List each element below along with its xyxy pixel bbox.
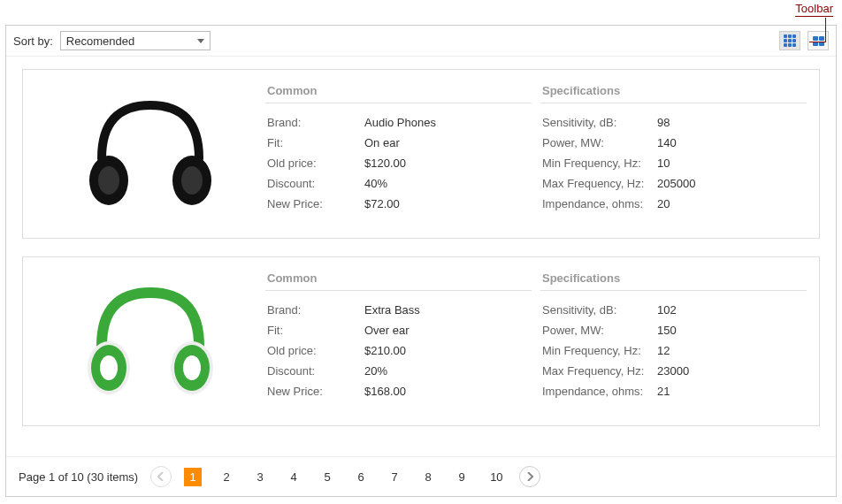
field-value: 140: [657, 136, 677, 149]
field-label: Fit:: [267, 136, 364, 149]
chevron-left-icon: [157, 472, 165, 481]
field-label: Power, MW:: [542, 324, 657, 337]
field-value: On ear: [364, 136, 400, 149]
field-label: Brand:: [267, 303, 364, 317]
prev-page-button[interactable]: [150, 466, 172, 487]
field-label: Impendance, ohms:: [542, 197, 657, 210]
page-number[interactable]: 8: [419, 468, 437, 486]
sort-dropdown-value: Recomended: [66, 34, 134, 48]
field-value: 98: [657, 116, 670, 129]
field-value: $168.00: [364, 385, 406, 398]
field-label: Sensitivity, dB:: [542, 116, 657, 129]
chevron-down-icon: [197, 39, 204, 43]
page-number[interactable]: 10: [486, 468, 506, 486]
section-title: Specifications: [540, 79, 807, 103]
svg-point-9: [183, 355, 201, 380]
section-title: Common: [265, 266, 532, 291]
page-number[interactable]: 4: [285, 468, 302, 486]
specs-section: Specifications Sensitivity, dB:98 Power,…: [540, 79, 807, 214]
page-number[interactable]: 6: [352, 468, 370, 486]
field-value: 21: [657, 385, 670, 398]
page-number[interactable]: 3: [251, 468, 269, 486]
field-label: Discount:: [267, 364, 364, 378]
field-label: New Price:: [267, 385, 364, 398]
annotation-line: [824, 18, 826, 42]
section-title: Common: [265, 79, 532, 103]
field-value: 20: [657, 197, 670, 210]
view-list-button[interactable]: [779, 31, 800, 50]
field-value: 10: [657, 157, 670, 170]
field-value: Over ear: [364, 324, 410, 337]
field-label: Min Frequency, Hz:: [542, 344, 657, 357]
specs-section: Specifications Sensitivity, dB:102 Power…: [540, 266, 807, 401]
common-section: Common Brand:Extra Bass Fit:Over ear Old…: [265, 266, 532, 401]
field-label: Min Frequency, Hz:: [542, 157, 657, 170]
field-value: 20%: [364, 364, 387, 378]
field-value: $210.00: [364, 344, 406, 357]
field-label: Power, MW:: [542, 136, 657, 149]
main-panel: Sort by: Recomended: [5, 25, 837, 497]
tile-view-icon: [813, 36, 824, 46]
common-section: Common Brand:Audio Phones Fit:On ear Old…: [265, 79, 532, 214]
field-value: Audio Phones: [364, 116, 436, 129]
field-value: $72.00: [364, 197, 400, 210]
field-value: 102: [657, 303, 677, 317]
field-label: Old price:: [267, 157, 364, 170]
field-label: Old price:: [267, 344, 364, 357]
list-item: Common Brand:Audio Phones Fit:On ear Old…: [22, 69, 820, 239]
product-image: [35, 79, 265, 229]
field-value: 150: [657, 324, 677, 337]
list-item: Common Brand:Extra Bass Fit:Over ear Old…: [22, 256, 820, 426]
field-label: Fit:: [267, 324, 364, 337]
pager: Page 1 of 10 (30 items) 1 2 3 4 5 6 7 8 …: [6, 456, 836, 496]
field-label: New Price:: [267, 197, 364, 210]
field-value: 40%: [364, 177, 387, 190]
field-label: Impendance, ohms:: [542, 385, 657, 398]
field-value: 205000: [657, 177, 695, 190]
list-view-icon: [784, 34, 796, 47]
field-label: Brand:: [267, 116, 364, 129]
sort-dropdown[interactable]: Recomended: [60, 31, 210, 50]
page-number[interactable]: 5: [318, 468, 336, 486]
annotation-label: Toolbar: [795, 2, 833, 17]
svg-point-6: [100, 355, 118, 380]
page-number[interactable]: 7: [386, 468, 403, 486]
next-page-button[interactable]: [519, 466, 540, 487]
headphones-green-icon: [75, 275, 226, 408]
sort-by-label: Sort by:: [13, 34, 53, 48]
field-value: 12: [657, 344, 670, 357]
items-content: Common Brand:Audio Phones Fit:On ear Old…: [6, 57, 836, 456]
product-image: [35, 266, 265, 416]
field-value: 23000: [657, 364, 689, 378]
page-number[interactable]: 2: [218, 468, 235, 486]
pager-status: Page 1 of 10 (30 items): [19, 470, 138, 484]
section-title: Specifications: [540, 266, 807, 291]
page-number[interactable]: 9: [453, 468, 471, 486]
toolbar: Sort by: Recomended: [6, 26, 836, 57]
field-label: Max Frequency, Hz:: [542, 364, 657, 378]
field-label: Discount:: [267, 177, 364, 190]
svg-point-3: [181, 166, 203, 195]
field-label: Sensitivity, dB:: [542, 303, 657, 317]
svg-point-1: [98, 166, 119, 195]
headphones-black-icon: [75, 88, 226, 220]
field-value: Extra Bass: [364, 303, 420, 317]
chevron-right-icon: [526, 472, 533, 481]
field-value: $120.00: [364, 157, 406, 170]
page-list: 1 2 3 4 5 6 7 8 9 10: [184, 468, 506, 486]
field-label: Max Frequency, Hz:: [542, 177, 657, 190]
page-number[interactable]: 1: [184, 468, 202, 486]
